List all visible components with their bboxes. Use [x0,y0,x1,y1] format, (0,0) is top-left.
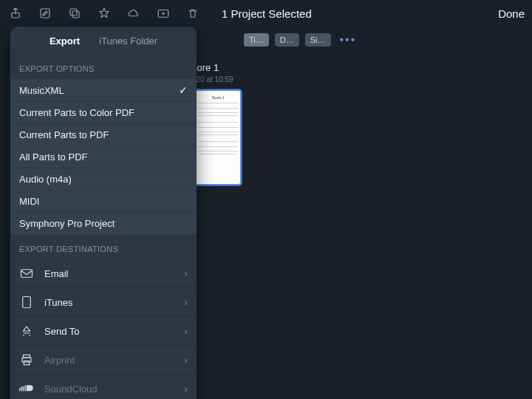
dest-itunes[interactable]: iTunes › [10,288,197,317]
option-label: All Parts to PDF [19,151,87,163]
option-current-pdf[interactable]: Current Parts to PDF [10,124,197,146]
export-destinations-header: EXPORT DESTINATIONS [10,234,197,259]
svg-rect-9 [24,361,30,365]
svg-rect-2 [72,11,79,18]
staff-lines-icon [198,103,238,116]
svg-rect-1 [41,9,50,18]
option-audio[interactable]: Audio (m4a) [10,168,197,191]
chevron-right-icon: › [184,325,188,337]
popover-tabs: Export iTunes Folder [10,27,197,54]
cloud-icon[interactable] [126,5,142,21]
export-destinations-list: Email › iTunes › Send To › Airprint › [10,259,197,399]
share-icon[interactable] [7,5,24,21]
svg-rect-6 [23,297,31,308]
svg-rect-10 [19,388,20,391]
filter-chip[interactable]: Ti… [244,33,269,47]
svg-rect-3 [70,9,77,16]
svg-rect-13 [23,386,24,391]
trash-icon[interactable] [185,5,201,21]
option-sympro[interactable]: Symphony Pro Project [10,213,197,234]
staff-lines-icon [198,141,238,154]
option-color-pdf[interactable]: Current Parts to Color PDF [10,102,197,124]
project-thumbnail[interactable]: Score 1 [194,89,242,186]
tab-itunes-folder[interactable]: iTunes Folder [99,35,157,47]
chevron-right-icon: › [184,296,188,308]
staff-lines-icon [198,122,238,135]
export-options-list: MusicXML ✓ Current Parts to Color PDF Cu… [10,79,197,234]
svg-rect-15 [25,385,26,391]
more-icon[interactable]: ••• [340,33,357,47]
new-folder-icon[interactable] [155,5,171,21]
option-label: Symphony Pro Project [19,218,115,229]
printer-icon [19,352,34,367]
dest-label: iTunes [44,297,73,308]
option-all-pdf[interactable]: All Parts to PDF [10,146,197,168]
thumb-caption: Score 1 [211,95,224,100]
option-label: MusicXML [19,85,64,96]
svg-rect-11 [21,387,21,391]
dest-airprint[interactable]: Airprint › [10,346,197,375]
edit-icon[interactable] [37,5,53,21]
soundcloud-icon [19,381,34,396]
svg-rect-12 [21,386,22,392]
star-icon[interactable] [96,5,112,21]
tab-export[interactable]: Export [50,35,80,47]
page-title: 1 Project Selected [222,7,312,20]
dest-label: Send To [44,326,79,337]
device-icon [19,295,34,310]
svg-rect-14 [24,386,25,391]
filter-chip[interactable]: Si… [305,33,331,47]
done-button[interactable]: Done [498,7,525,20]
checkmark-icon: ✓ [179,84,188,96]
option-label: MIDI [19,196,39,207]
top-toolbar: 1 Project Selected Done [0,0,532,27]
chevron-right-icon: › [184,354,188,366]
export-popover: Export iTunes Folder EXPORT OPTIONS Musi… [10,27,197,399]
option-label: Current Parts to PDF [19,129,109,140]
option-midi[interactable]: MIDI [10,191,197,213]
dest-email[interactable]: Email › [10,259,197,288]
chevron-right-icon: › [184,383,188,395]
dest-label: Email [44,268,69,279]
option-label: Current Parts to Color PDF [19,107,134,118]
dest-send-to[interactable]: Send To › [10,317,197,346]
export-options-header: EXPORT OPTIONS [10,54,197,79]
dest-label: Airprint [44,355,75,366]
duplicate-icon[interactable] [66,5,83,21]
mail-icon [19,266,34,281]
filter-chip[interactable]: D… [275,33,299,47]
dest-soundcloud[interactable]: SoundCloud › [10,375,197,399]
appstore-icon [19,324,34,338]
option-musicxml[interactable]: MusicXML ✓ [10,79,197,102]
dest-label: SoundCloud [44,383,98,395]
chevron-right-icon: › [184,267,188,279]
option-label: Audio (m4a) [19,174,72,185]
project-subtitle: 020 at 10:59 [192,75,233,83]
svg-rect-5 [21,270,33,278]
